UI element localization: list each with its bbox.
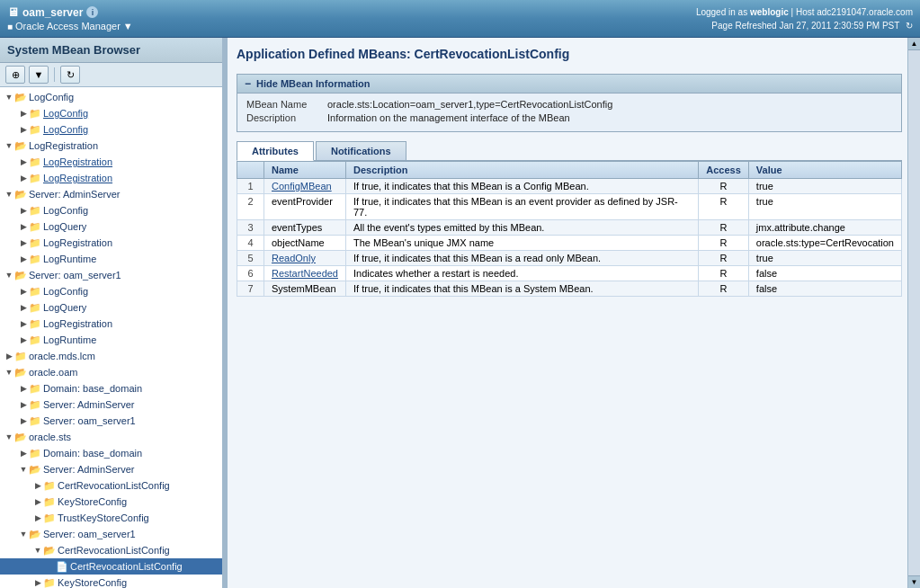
tab-attributes[interactable]: Attributes xyxy=(237,141,314,161)
toggle-s-oam1-logregistration[interactable]: ▶ xyxy=(18,318,29,329)
toggle-s-admin-logconfig[interactable]: ▶ xyxy=(18,205,29,216)
cell-access: R xyxy=(699,251,749,266)
toggle-sts-server-oam1[interactable]: ▼ xyxy=(18,529,29,539)
toggle-logconfig-2[interactable]: ▶ xyxy=(18,124,29,135)
tree-item-oracle-mds-lcm[interactable]: ▶ 📁 oracle.mds.lcm xyxy=(0,348,222,364)
toggle-oam-domain[interactable]: ▶ xyxy=(18,383,29,394)
toggle-server-admin[interactable]: ▼ xyxy=(4,189,14,200)
tree-item-sts-domain[interactable]: ▶ 📁 Domain: base_domain xyxy=(0,445,222,461)
tree-item-sts-crlconfig[interactable]: ▶ 📁 CertRevocationListConfig xyxy=(0,477,222,494)
server-info-icon[interactable]: i xyxy=(86,6,98,18)
toggle-s-oam1-logruntime[interactable]: ▶ xyxy=(18,334,29,345)
toggle-logregistration-1[interactable]: ▶ xyxy=(18,156,29,167)
tree-item-server-admin[interactable]: ▼ 📂 Server: AdminServer xyxy=(0,186,222,202)
cell-name[interactable]: RestartNeeded xyxy=(264,266,346,281)
refresh-time: Jan 27, 2011 2:30:59 PM PST xyxy=(779,21,899,31)
app-icon: ■ xyxy=(7,22,13,31)
expand-all-button[interactable]: ⊕ xyxy=(5,66,25,84)
tree-item-logconfig-1[interactable]: ▶ 📁 LogConfig xyxy=(0,105,222,121)
toggle-oracle-sts[interactable]: ▼ xyxy=(4,432,14,442)
scrollbar-up-button[interactable]: ▲ xyxy=(908,38,921,50)
right-scrollbar[interactable]: ▲ ▼ xyxy=(907,38,920,588)
toggle-sts-server-admin[interactable]: ▼ xyxy=(18,464,29,475)
collapse-icon[interactable]: − xyxy=(245,77,251,90)
toggle-sts-trustkey[interactable]: ▶ xyxy=(32,512,43,523)
tree-label-logconfig-1[interactable]: LogConfig xyxy=(43,106,88,120)
attr-name-link[interactable]: ReadOnly xyxy=(272,253,316,263)
toggle-sts-keystoreconfig[interactable]: ▶ xyxy=(32,496,43,507)
toggle-logregistration-2[interactable]: ▶ xyxy=(18,173,29,183)
tree-item-oam-server-oam1[interactable]: ▶ 📁 Server: oam_server1 xyxy=(0,413,222,429)
toggle-sts-domain[interactable]: ▶ xyxy=(18,448,29,459)
tree-item-s-oam1-logregistration[interactable]: ▶ 📁 LogRegistration xyxy=(0,316,222,332)
tree-item-logregistration-2[interactable]: ▶ 📁 LogRegistration xyxy=(0,170,222,186)
tree-item-s-oam1-logquery[interactable]: ▶ 📁 LogQuery xyxy=(0,299,222,316)
toggle-logregistration[interactable]: ▼ xyxy=(4,140,14,151)
tree-item-logregistration[interactable]: ▼ 📂 LogRegistration xyxy=(0,138,222,154)
toggle-sts-oam1-crlconfig[interactable]: ▼ xyxy=(32,545,43,556)
mbean-desc-row: Description Information on the managemen… xyxy=(246,112,892,123)
tree-item-oracle-sts[interactable]: ▼ 📂 oracle.sts xyxy=(0,429,222,445)
tree-item-oam-domain[interactable]: ▶ 📁 Domain: base_domain xyxy=(0,380,222,396)
cell-name[interactable]: ReadOnly xyxy=(264,251,346,266)
tree-item-sts-keystoreconfig[interactable]: ▶ 📁 KeyStoreConfig xyxy=(0,494,222,510)
tree-item-s-oam1-logruntime[interactable]: ▶ 📁 LogRuntime xyxy=(0,332,222,348)
toggle-oracle-mds-lcm[interactable]: ▶ xyxy=(4,351,14,361)
toggle-server-oam1[interactable]: ▼ xyxy=(4,270,14,281)
tree-item-sts-server-oam1[interactable]: ▼ 📂 Server: oam_server1 xyxy=(0,526,222,542)
toggle-sts-oam1-keystoreconfig[interactable]: ▶ xyxy=(32,577,43,588)
refresh-tree-button[interactable]: ↻ xyxy=(60,66,80,84)
tree-label-logregistration: LogRegistration xyxy=(29,138,98,153)
app-nav[interactable]: ■ Oracle Access Manager ▼ xyxy=(7,21,133,31)
tree-item-logregistration-1[interactable]: ▶ 📁 LogRegistration xyxy=(0,154,222,170)
tree-label-oam-domain: Domain: base_domain xyxy=(43,381,142,396)
tree-label-logregistration-1[interactable]: LogRegistration xyxy=(43,155,112,169)
tree-item-oracle-oam[interactable]: ▼ 📂 oracle.oam xyxy=(0,364,222,380)
refresh-icon[interactable]: ↻ xyxy=(906,21,913,31)
tree-item-sts-oam1-crlconfig-selected[interactable]: ▶ 📄 CertRevocationListConfig xyxy=(0,558,222,575)
tree-label-logregistration-2[interactable]: LogRegistration xyxy=(43,171,112,185)
tree-item-logconfig-2[interactable]: ▶ 📁 LogConfig xyxy=(0,121,222,138)
toggle-s-admin-logquery[interactable]: ▶ xyxy=(18,221,29,232)
app-dropdown-icon[interactable]: ▼ xyxy=(123,21,133,31)
toggle-s-oam1-logconfig[interactable]: ▶ xyxy=(18,286,29,297)
mbean-info-header[interactable]: − Hide MBean Information xyxy=(237,75,901,94)
tree-item-s-admin-logregistration[interactable]: ▶ 📁 LogRegistration xyxy=(0,235,222,251)
cell-name: eventProvider xyxy=(264,194,346,220)
toggle-s-admin-logruntime[interactable]: ▶ xyxy=(18,254,29,264)
filter-button[interactable]: ▼ xyxy=(29,66,49,84)
app-name-text: Oracle Access Manager xyxy=(15,21,121,31)
tree-item-sts-oam1-keystoreconfig[interactable]: ▶ 📁 KeyStoreConfig xyxy=(0,575,222,588)
tree-item-s-oam1-logconfig[interactable]: ▶ 📁 LogConfig xyxy=(0,283,222,299)
tree-item-s-admin-logruntime[interactable]: ▶ 📁 LogRuntime xyxy=(0,251,222,267)
tree-item-sts-server-admin[interactable]: ▼ 📂 Server: AdminServer xyxy=(0,461,222,477)
top-right-section: Logged in as weblogic | Host adc2191047.… xyxy=(696,5,913,32)
tree-item-s-admin-logconfig[interactable]: ▶ 📁 LogConfig xyxy=(0,202,222,218)
logged-in-label: Logged in as xyxy=(696,7,747,17)
toggle-oracle-oam[interactable]: ▼ xyxy=(4,367,14,378)
toggle-logconfig-1[interactable]: ▶ xyxy=(18,108,29,119)
tabs-container: Attributes Notifications xyxy=(237,141,902,161)
toggle-oam-server-admin[interactable]: ▶ xyxy=(18,399,29,410)
left-panel-title: System MBean Browser xyxy=(0,38,222,63)
toggle-sts-crlconfig[interactable]: ▶ xyxy=(32,480,43,491)
tree-label-logconfig-2[interactable]: LogConfig xyxy=(43,122,88,137)
tree-label-s-oam1-logruntime: LogRuntime xyxy=(43,333,96,347)
tree-label-s-admin-logquery: LogQuery xyxy=(43,219,86,234)
cell-name[interactable]: ConfigMBean xyxy=(264,179,346,194)
toggle-oam-server-oam1[interactable]: ▶ xyxy=(18,415,29,426)
attr-name-link[interactable]: RestartNeeded xyxy=(272,268,338,279)
toggle-s-oam1-logquery[interactable]: ▶ xyxy=(18,302,29,313)
tree-item-server-oam1[interactable]: ▼ 📂 Server: oam_server1 xyxy=(0,267,222,283)
toggle-logconfig[interactable]: ▼ xyxy=(4,92,14,102)
attr-name-link[interactable]: ConfigMBean xyxy=(272,181,332,192)
tree-item-logconfig[interactable]: ▼ 📂 LogConfig xyxy=(0,89,222,105)
cell-num: 5 xyxy=(237,251,264,266)
tree-item-s-admin-logquery[interactable]: ▶ 📁 LogQuery xyxy=(0,218,222,235)
tree-item-oam-server-admin[interactable]: ▶ 📁 Server: AdminServer xyxy=(0,396,222,413)
tree-item-sts-trustkey[interactable]: ▶ 📁 TrustKeyStoreConfig xyxy=(0,510,222,526)
toggle-s-admin-logregistration[interactable]: ▶ xyxy=(18,237,29,248)
scrollbar-down-button[interactable]: ▼ xyxy=(908,575,921,588)
tab-notifications[interactable]: Notifications xyxy=(316,141,406,160)
tree-item-sts-oam1-crlconfig-parent[interactable]: ▼ 📂 CertRevocationListConfig xyxy=(0,542,222,558)
